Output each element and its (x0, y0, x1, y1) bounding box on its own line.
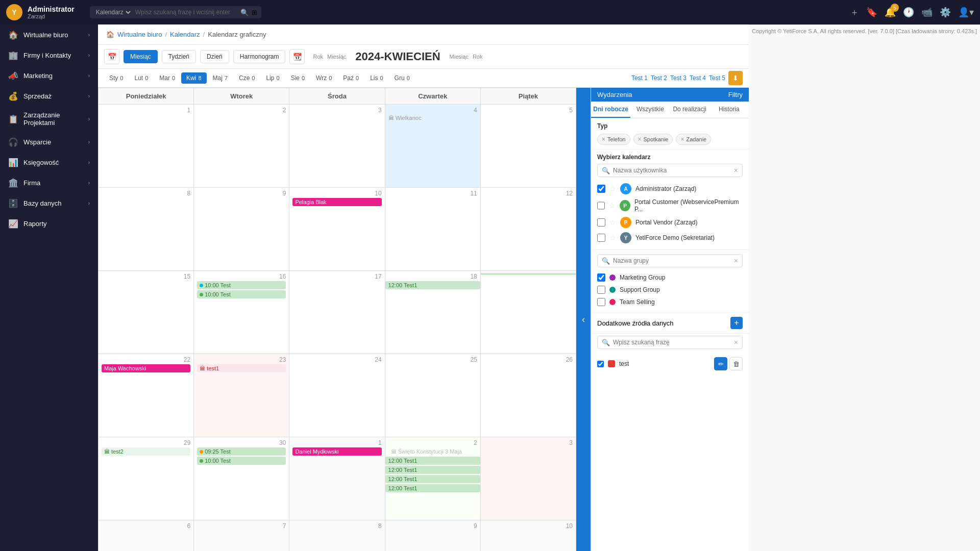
group-checkbox-support[interactable] (597, 286, 605, 294)
star-portal-customer-icon[interactable]: ☆ (609, 202, 616, 210)
bell-icon[interactable]: 🔔5 (885, 7, 896, 18)
search-input[interactable] (135, 9, 237, 16)
test-tab-4[interactable]: Test 4 (690, 74, 706, 82)
view-week-button[interactable]: Tydzień (162, 50, 196, 63)
month-tab-mar[interactable]: Mar 0 (154, 72, 180, 84)
type-tag-zadanie[interactable]: × Zadanie (676, 134, 711, 145)
cal-cell-apr1[interactable]: 1 (99, 105, 194, 187)
group-checkbox-team-selling[interactable] (597, 298, 605, 306)
clear-extra-search-icon[interactable]: × (734, 338, 738, 346)
clear-user-search-icon[interactable]: × (734, 166, 738, 174)
view-day-button[interactable]: Dzień (200, 50, 229, 63)
nav-year-prev-label[interactable]: Rok (313, 54, 323, 60)
cal-cell-apr3[interactable]: 3 (289, 105, 385, 187)
month-tab-cze[interactable]: Cze 0 (234, 72, 260, 84)
tab-wszystkie[interactable]: Wszystkie (630, 102, 670, 118)
month-tab-gru[interactable]: Gru 0 (389, 72, 415, 84)
remove-zadanie-icon[interactable]: × (680, 136, 684, 143)
sidebar-item-wsparcie[interactable]: 🎧 Wsparcie › (0, 132, 98, 152)
event-test-0925[interactable]: 09:25 Test (197, 447, 286, 456)
month-tab-wrz[interactable]: Wrz 0 (311, 72, 337, 84)
cal-cell-may10[interactable]: 10 (481, 520, 576, 551)
event-test-1000-2[interactable]: 10:00 Test (197, 290, 286, 298)
tab-dni-robocze[interactable]: Dni robocze (591, 102, 630, 118)
home-icon[interactable]: 🏠 (106, 31, 114, 38)
cal-cell-apr22[interactable]: 22 Maja Wachowski (99, 354, 194, 437)
extra-source-checkbox-test[interactable] (597, 361, 604, 367)
cal-cell-apr26[interactable]: 26 (481, 354, 576, 437)
star-admin-icon[interactable]: ☆ (609, 185, 616, 193)
cal-cell-apr2[interactable]: 2 (194, 105, 289, 187)
cal-cell-apr8[interactable]: 8 (99, 188, 194, 270)
search-scope-select[interactable]: Kalendarz (94, 8, 132, 16)
sidebar-item-wirtualne-biuro[interactable]: 🏠 Wirtualne biuro › (0, 24, 98, 45)
remove-telefon-icon[interactable]: × (602, 136, 605, 143)
cal-cell-apr17[interactable]: 17 (289, 271, 385, 354)
user-checkbox-portal-customer[interactable] (597, 202, 605, 210)
tab-do-realizacji[interactable]: Do realizacji (670, 102, 709, 118)
extra-source-search-input[interactable] (613, 339, 731, 346)
sidebar-item-marketing[interactable]: 📣 Marketing › (0, 65, 98, 86)
nav-month-next-label[interactable]: Miesiąc (450, 54, 469, 60)
user-checkbox-admin[interactable] (597, 185, 605, 193)
right-panel-toggle[interactable]: ‹ (576, 88, 591, 551)
sidebar-item-ksiegowosc[interactable]: 📊 Księgowość › (0, 152, 98, 172)
star-portal-vendor-icon[interactable]: ☆ (609, 218, 616, 227)
event-test1-may-2[interactable]: 12:00 Test1 (385, 466, 480, 474)
cal-cell-apr16[interactable]: 16 10:00 Test 10:00 Test (194, 271, 289, 354)
tab-historia[interactable]: Historia (709, 102, 749, 118)
month-tab-lis[interactable]: Lis 0 (365, 72, 388, 84)
sidebar-item-firma[interactable]: 🏛️ Firma › (0, 172, 98, 193)
cal-cell-apr18[interactable]: 18 12:00 Test1 (385, 271, 481, 354)
calendar-icon[interactable]: 📅 (104, 49, 119, 64)
cal-cell-apr11[interactable]: 11 (385, 188, 481, 270)
month-tab-sty[interactable]: Sty 0 (104, 72, 128, 84)
cal-cell-apr15[interactable]: 15 (99, 271, 194, 354)
event-test1-span[interactable]: 12:00 Test1 (385, 281, 480, 289)
event-test-1000-1[interactable]: 10:00 Test (197, 281, 286, 289)
month-tab-paz[interactable]: Paź 0 (338, 72, 364, 84)
month-tab-maj[interactable]: Maj 7 (208, 72, 233, 84)
type-tag-spotkanie[interactable]: × Spotkanie (633, 134, 673, 145)
bookmark-icon[interactable]: 🔖 (866, 7, 877, 18)
remove-spotkanie-icon[interactable]: × (638, 136, 642, 143)
group-search-input[interactable] (613, 257, 731, 264)
event-test-1000-3[interactable]: 10:00 Test (197, 457, 286, 465)
grid-view-icon[interactable]: ⊞ (252, 9, 257, 16)
history-icon[interactable]: 🕐 (903, 7, 914, 18)
test-tab-3[interactable]: Test 3 (670, 74, 687, 82)
cal-cell-apr29[interactable]: 29 🏛 test2 (99, 437, 194, 520)
export-icon[interactable]: ⬇ (728, 71, 743, 85)
user-checkbox-portal-vendor[interactable] (597, 218, 605, 227)
nav-month-prev-label[interactable]: Miesiąc (327, 54, 346, 60)
user-checkbox-yetiforce-demo[interactable] (597, 234, 605, 242)
month-tab-sie[interactable]: Sie 0 (286, 72, 310, 84)
cal-cell-apr30[interactable]: 30 09:25 Test 10:00 Test (194, 437, 289, 520)
cal-cell-apr24[interactable]: 24 (289, 354, 385, 437)
event-maja-wachowski[interactable]: Maja Wachowski (102, 364, 190, 372)
breadcrumb-wirtualne-biuro[interactable]: Wirtualne biuro (117, 31, 162, 38)
month-tab-lip[interactable]: Lip 0 (261, 72, 284, 84)
cal-cell-apr12[interactable]: 12 (481, 188, 576, 270)
cal-cell-apr9[interactable]: 9 (194, 188, 289, 270)
clear-group-search-icon[interactable]: × (734, 257, 738, 265)
view-schedule-button[interactable]: Harmonogram (233, 50, 286, 63)
test-tab-5[interactable]: Test 5 (709, 74, 725, 82)
cal-cell-may2[interactable]: 2 🏛 Święto Konstytucji 3 Maja 12:00 Test… (385, 437, 481, 520)
sidebar-item-zarzadzanie-projektami[interactable]: 📋 Zarządzanie Projektami › (0, 106, 98, 132)
event-test1-may-4[interactable]: 12:00 Test1 (385, 484, 480, 492)
event-test2-ghost[interactable]: 🏛 test2 (102, 447, 190, 456)
view-month-button[interactable]: Miesiąc (124, 50, 158, 63)
search-icon[interactable]: 🔍 (240, 9, 249, 16)
user-avatar-icon[interactable]: 👤▾ (958, 7, 974, 18)
event-test1-may-1[interactable]: 12:00 Test1 (385, 457, 480, 465)
cal-cell-apr25[interactable]: 25 (385, 354, 481, 437)
user-search-input[interactable] (613, 167, 731, 174)
cal-cell-may8[interactable]: 8 (289, 520, 385, 551)
cal-cell-apr10[interactable]: 10 Pelagia Blak (289, 188, 385, 270)
add-source-button[interactable]: + (730, 317, 743, 329)
cal-cell-apr4[interactable]: 4 🏛 Wielkanoc (385, 105, 481, 187)
sidebar-item-raporty[interactable]: 📈 Raporty (0, 213, 98, 234)
settings-icon[interactable]: ⚙️ (940, 7, 951, 18)
event-test1-span-cont[interactable] (481, 273, 576, 275)
